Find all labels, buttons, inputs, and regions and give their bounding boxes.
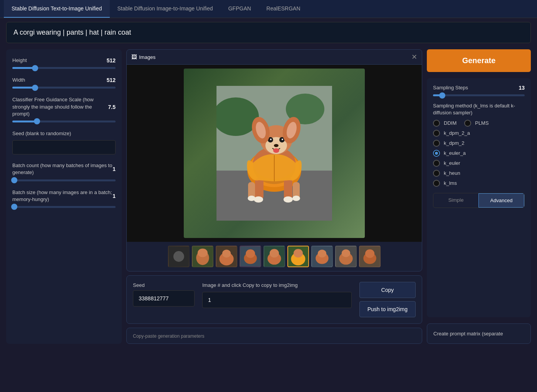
- radio-k-heun[interactable]: k_heun: [433, 170, 525, 177]
- svg-rect-20: [255, 178, 263, 199]
- radio-btn-k-euler-a[interactable]: [433, 150, 440, 157]
- width-slider[interactable]: [12, 87, 116, 89]
- center-panel: 🖼 Images ✕: [126, 49, 422, 344]
- sampling-steps-slider[interactable]: [433, 94, 525, 96]
- svg-point-45: [294, 249, 303, 258]
- tab-gfpgan[interactable]: GFPGAN: [220, 0, 258, 18]
- thumbnail-5[interactable]: [263, 246, 285, 267]
- sampling-steps-value: 13: [519, 85, 525, 91]
- radio-plms[interactable]: PLMS: [464, 120, 488, 127]
- gen-params-label: Copy-paste generation parameters: [133, 333, 204, 339]
- radio-label-k-heun: k_heun: [444, 170, 460, 176]
- radio-ddim[interactable]: DDIM: [433, 120, 456, 127]
- images-tab[interactable]: 🖼 Images: [131, 54, 156, 60]
- thumbnail-strip: [127, 242, 422, 271]
- action-buttons: Copy Push to img2img: [359, 282, 416, 317]
- radio-label-k-lms: k_lms: [444, 180, 457, 186]
- thumbnail-9[interactable]: [359, 246, 381, 267]
- svg-point-48: [318, 250, 326, 257]
- sampling-steps-label: Sampling Steps: [433, 84, 468, 91]
- svg-point-33: [198, 249, 208, 257]
- batch-size-control: Batch size (how many images are in a bat…: [12, 189, 116, 208]
- width-label: Width: [12, 77, 25, 84]
- tab-advanced[interactable]: Advanced: [478, 193, 524, 208]
- simple-advanced-tabs: Simple Advanced: [433, 193, 525, 208]
- sampling-method-control: Sampling method (k_lms is default k-diff…: [433, 102, 525, 186]
- batch-size-label: Batch size (how many images are in a bat…: [12, 189, 112, 203]
- radio-btn-plms[interactable]: [464, 120, 471, 127]
- tab-img2img[interactable]: Stable Diffusion Image-to-Image Unified: [110, 0, 221, 18]
- svg-point-25: [284, 196, 293, 203]
- radio-k-dpm-2[interactable]: k_dpm_2: [433, 140, 525, 147]
- svg-point-14: [274, 144, 279, 147]
- create-prompt-section: Create prompt matrix (separate: [427, 323, 531, 344]
- height-label: Height: [12, 57, 27, 64]
- svg-point-15: [273, 148, 279, 153]
- svg-point-27: [292, 196, 300, 201]
- thumbnail-4[interactable]: [240, 246, 261, 267]
- svg-point-12: [270, 139, 272, 140]
- thumbnail-8[interactable]: [335, 246, 357, 267]
- sampling-steps-control: Sampling Steps 13: [433, 84, 525, 96]
- radio-btn-k-dpm-2-a[interactable]: [433, 130, 440, 137]
- tab-simple[interactable]: Simple: [433, 193, 478, 208]
- thumbnail-7[interactable]: [311, 246, 333, 267]
- thumbnail-3[interactable]: [216, 246, 237, 267]
- top-tab-bar: Stable Diffusion Text-to-Image Unified S…: [0, 0, 537, 18]
- svg-point-39: [246, 249, 255, 258]
- batch-size-value: 1: [112, 193, 116, 199]
- right-settings-panel: Sampling Steps 13 Sampling method (k_lms…: [427, 78, 531, 317]
- sampling-method-label: Sampling method (k_lms is default k-diff…: [433, 102, 525, 116]
- tab-realesrgan[interactable]: RealESRGAN: [259, 0, 308, 18]
- radio-k-euler[interactable]: k_euler: [433, 160, 525, 167]
- height-value: 512: [107, 57, 116, 64]
- height-slider[interactable]: [12, 67, 116, 69]
- radio-btn-k-euler[interactable]: [433, 160, 440, 167]
- seed-result-value: 3388812777: [133, 290, 195, 307]
- generate-button[interactable]: Generate: [427, 49, 531, 72]
- cfg-scale-slider[interactable]: [12, 121, 116, 122]
- close-button[interactable]: ✕: [411, 53, 417, 61]
- width-control: Width 512: [12, 77, 116, 89]
- push-to-img2img-button[interactable]: Push to img2img: [359, 301, 416, 317]
- svg-rect-21: [284, 178, 292, 199]
- cfg-scale-label: Classifier Free Guidance Scale (how stro…: [12, 96, 108, 117]
- batch-size-slider[interactable]: [12, 206, 116, 208]
- seed-input[interactable]: [12, 140, 116, 154]
- batch-count-slider[interactable]: [12, 179, 116, 181]
- svg-point-24: [254, 196, 263, 203]
- left-settings-panel: Height 512 Width 512: [6, 49, 122, 344]
- copy-section: Image # and click Copy to copy to img2im…: [202, 282, 352, 308]
- radio-btn-k-dpm-2[interactable]: [433, 140, 440, 147]
- radio-k-dpm-2-a[interactable]: k_dpm_2_a: [433, 130, 525, 137]
- radio-label-plms: PLMS: [475, 120, 488, 126]
- svg-point-30: [173, 251, 184, 262]
- right-panel: Generate Sampling Steps 13 Sampling meth…: [427, 49, 531, 344]
- batch-count-value: 1: [112, 166, 116, 172]
- seed-label: Seed (blank to randomize): [12, 130, 71, 137]
- radio-label-k-dpm-2: k_dpm_2: [444, 140, 464, 146]
- image-icon: 🖼: [131, 54, 137, 60]
- prompt-input[interactable]: [6, 22, 531, 43]
- img-num-input[interactable]: [202, 292, 352, 308]
- bottom-controls: Seed 3388812777 Image # and click Copy t…: [126, 275, 422, 324]
- radio-btn-ddim[interactable]: [433, 120, 440, 127]
- thumbnail-6[interactable]: [287, 246, 309, 267]
- tab-txt2img[interactable]: Stable Diffusion Text-to-Image Unified: [4, 0, 110, 18]
- svg-point-36: [222, 250, 231, 257]
- radio-btn-k-lms[interactable]: [433, 180, 440, 187]
- copy-button[interactable]: Copy: [359, 282, 416, 298]
- svg-point-42: [270, 249, 279, 258]
- radio-label-ddim: DDIM: [444, 120, 456, 126]
- svg-point-26: [248, 196, 255, 201]
- generation-params-section: Copy-paste generation parameters: [126, 328, 422, 344]
- radio-label-k-euler-a: k_euler_a: [444, 150, 466, 156]
- radio-k-euler-a[interactable]: k_euler_a: [433, 150, 525, 157]
- thumbnail-1[interactable]: [168, 246, 190, 267]
- radio-k-lms[interactable]: k_lms: [433, 180, 525, 187]
- image-tabs-bar: 🖼 Images ✕: [127, 50, 422, 65]
- radio-btn-k-heun[interactable]: [433, 170, 440, 177]
- seed-result-label: Seed: [133, 282, 195, 289]
- corgi-svg: [216, 86, 332, 221]
- thumbnail-2[interactable]: [192, 246, 213, 267]
